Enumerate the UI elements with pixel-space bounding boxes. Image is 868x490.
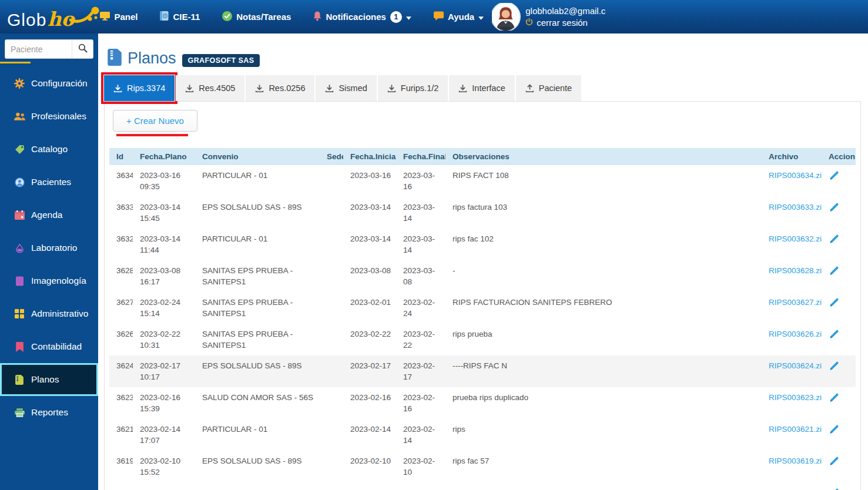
sidebar-item-planos[interactable]: Planos bbox=[0, 363, 98, 396]
edit-button[interactable] bbox=[829, 170, 840, 183]
nav-item-label: CIE-11 bbox=[173, 12, 200, 22]
edit-button[interactable] bbox=[829, 297, 840, 310]
tab-rips-3374[interactable]: Rips.3374 bbox=[104, 75, 175, 101]
cell-fecha-final: 2023-02-22 bbox=[396, 324, 445, 355]
zip-download-link[interactable]: RIPS003634.zip bbox=[769, 171, 822, 180]
file-zip-icon bbox=[14, 375, 25, 385]
fecha-plano-time: 09:35 bbox=[140, 181, 193, 192]
cell-accion bbox=[822, 355, 856, 387]
table-header-row: IdFecha.PlanoConvenioSedeFecha.InicialFe… bbox=[109, 148, 856, 165]
cell-archivo: RIPS003626.zip bbox=[762, 324, 822, 355]
tab-res-4505[interactable]: Res.4505 bbox=[176, 75, 244, 101]
user-avatar[interactable] bbox=[492, 3, 520, 31]
sidebar-item-contabilidad[interactable]: Contabilidad bbox=[0, 330, 98, 363]
logout-button[interactable]: cerrar sesión bbox=[525, 18, 605, 28]
tab-paciente[interactable]: Paciente bbox=[516, 75, 581, 101]
zip-download-link[interactable]: RIPS003619.zip bbox=[769, 457, 822, 465]
download-icon bbox=[185, 84, 194, 93]
cell-archivo: RIPS003621.zip bbox=[762, 419, 822, 451]
edit-button[interactable] bbox=[829, 392, 840, 405]
sidebar-item-laboratorio[interactable]: Laboratorio bbox=[0, 231, 98, 264]
navbar-menu: PanelCIE-11Notas/TareasNotificaciones1Ay… bbox=[100, 11, 484, 23]
cell-id: 3626 bbox=[109, 324, 133, 355]
cell-accion bbox=[822, 260, 856, 292]
edit-button[interactable] bbox=[829, 202, 840, 214]
edit-button[interactable] bbox=[829, 265, 840, 278]
cell-archivo: RIPS003619.zip bbox=[762, 451, 822, 482]
zip-download-link[interactable]: RIPS003632.zip bbox=[769, 234, 822, 243]
sidebar-item-imagenologia[interactable]: Imagenología bbox=[0, 264, 98, 297]
zip-download-link[interactable]: RIPS003627.zip bbox=[769, 298, 822, 307]
pencil-icon bbox=[829, 328, 840, 341]
sidebar-item-reportes[interactable]: Reportes bbox=[0, 396, 98, 429]
cell-convenio: PARTICULAR - 01 bbox=[195, 419, 320, 451]
download-icon bbox=[255, 84, 264, 93]
cell-id: 3634 bbox=[109, 165, 133, 197]
tab-furips-1-2[interactable]: Furips.1/2 bbox=[378, 75, 448, 101]
tab-label: Res.4505 bbox=[199, 83, 235, 93]
edit-button[interactable] bbox=[829, 360, 840, 373]
tab-sismed[interactable]: Sismed bbox=[316, 75, 376, 101]
nav-item-notificaciones[interactable]: Notificaciones1 bbox=[313, 11, 411, 23]
nav-item-ayuda[interactable]: Ayuda bbox=[434, 11, 484, 22]
logo-swoosh-icon bbox=[69, 5, 100, 28]
search-button[interactable] bbox=[72, 40, 93, 58]
table-row: 36262023-02-2210:31SANITAS EPS PRUEBA - … bbox=[109, 324, 856, 355]
tag-icon bbox=[14, 145, 25, 155]
patient-search-input[interactable] bbox=[5, 40, 72, 58]
cell-fecha-plano: 2023-02-0911:43 bbox=[133, 482, 195, 490]
edit-button[interactable] bbox=[829, 455, 840, 468]
tab-interface[interactable]: Interface bbox=[449, 75, 514, 101]
sidebar-item-administrativo[interactable]: Administrativo bbox=[0, 297, 98, 330]
zip-download-link[interactable]: RIPS003623.zip bbox=[769, 393, 822, 402]
pencil-icon bbox=[829, 424, 840, 437]
zip-download-link[interactable]: RIPS003626.zip bbox=[769, 330, 822, 338]
cell-convenio: SANITAS EPS PRUEBA - SANITEPS1 bbox=[195, 292, 320, 324]
fecha-plano-date: 2023-02-09 bbox=[140, 487, 193, 490]
fecha-plano-time: 15:14 bbox=[140, 308, 193, 319]
nav-item-panel[interactable]: Panel bbox=[100, 12, 138, 22]
cell-fecha-inicial: 2023-02-09 bbox=[343, 482, 396, 490]
cell-sede bbox=[320, 482, 343, 490]
cell-accion bbox=[822, 419, 856, 451]
sidebar-item-agenda[interactable]: Agenda bbox=[0, 199, 98, 231]
user-email: globholab2@gmail.c bbox=[525, 6, 605, 16]
sidebar-item-catalogo[interactable]: Catalogo bbox=[0, 133, 98, 166]
create-new-button[interactable]: + Crear Nuevo bbox=[113, 110, 197, 132]
pencil-icon bbox=[829, 455, 840, 468]
cell-fecha-final: 2023-02-17 bbox=[396, 355, 445, 387]
table-row: 36322023-03-1411:44PARTICULAR - 012023-0… bbox=[109, 229, 856, 260]
edit-button[interactable] bbox=[829, 233, 840, 246]
zip-download-link[interactable]: RIPS003621.zip bbox=[769, 425, 822, 434]
fecha-plano-time: 11:44 bbox=[140, 244, 193, 256]
tab-res-0256[interactable]: Res.0256 bbox=[246, 75, 314, 101]
cell-sede bbox=[320, 451, 343, 482]
zip-file-icon bbox=[108, 49, 122, 68]
edit-button[interactable] bbox=[829, 487, 840, 490]
sidebar-item-label: Configuración bbox=[31, 78, 88, 89]
sidebar-item-pacientes[interactable]: Pacientes bbox=[0, 166, 98, 199]
cell-fecha-inicial: 2023-02-14 bbox=[343, 419, 396, 451]
nav-item-notas-tareas[interactable]: Notas/Tareas bbox=[222, 11, 291, 23]
sidebar-item-profesionales[interactable]: Profesionales bbox=[0, 100, 98, 133]
column-header-fecha-plano: Fecha.Plano bbox=[133, 148, 195, 165]
fecha-plano-date: 2023-02-24 bbox=[140, 297, 193, 308]
nav-item-label: Ayuda bbox=[448, 12, 474, 22]
zip-download-link[interactable]: RIPS003633.zip bbox=[769, 203, 822, 212]
column-header-sede: Sede bbox=[320, 148, 343, 165]
edit-button[interactable] bbox=[829, 424, 840, 437]
globho-logo[interactable]: Globho bbox=[7, 5, 100, 29]
cell-id: 3621 bbox=[109, 419, 133, 451]
download-icon bbox=[113, 84, 122, 93]
zip-download-link[interactable]: RIPS003628.zip bbox=[769, 266, 822, 275]
book-icon bbox=[160, 11, 169, 22]
edit-button[interactable] bbox=[829, 328, 840, 341]
cell-fecha-final: 2023-02-10 bbox=[396, 451, 445, 482]
cell-sede bbox=[320, 324, 343, 355]
zip-download-link[interactable]: RIPS003624.zip bbox=[769, 361, 822, 370]
cell-fecha-plano: 2023-03-1609:35 bbox=[133, 165, 195, 197]
cell-fecha-plano: 2023-02-2210:31 bbox=[133, 324, 195, 355]
cell-convenio: SALUD CON AMOR SAS - 56S bbox=[195, 387, 320, 419]
nav-item-cie-11[interactable]: CIE-11 bbox=[160, 11, 200, 22]
sidebar-item-configuracion[interactable]: Configuración bbox=[0, 67, 98, 100]
